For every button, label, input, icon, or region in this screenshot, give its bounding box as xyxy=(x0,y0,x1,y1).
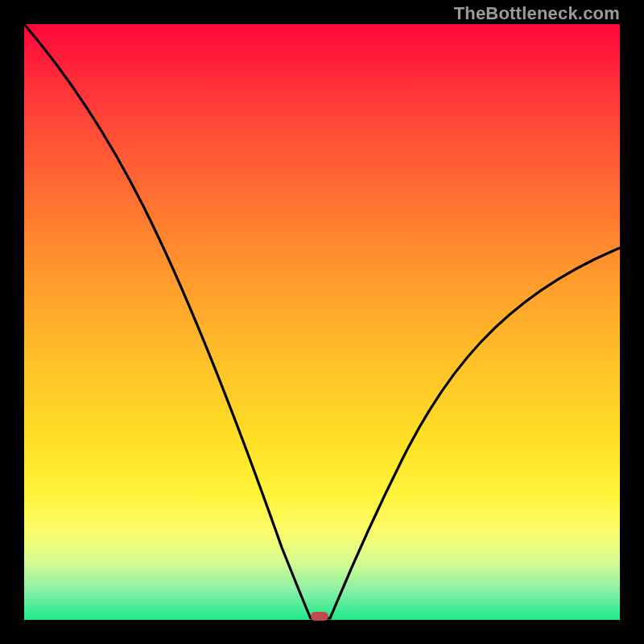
chart-frame: TheBottleneck.com xyxy=(0,0,644,644)
chart-plot-area xyxy=(24,24,620,620)
watermark-text: TheBottleneck.com xyxy=(454,3,620,24)
chart-minimum-marker xyxy=(311,612,328,621)
bottleneck-curve-line xyxy=(24,24,620,618)
